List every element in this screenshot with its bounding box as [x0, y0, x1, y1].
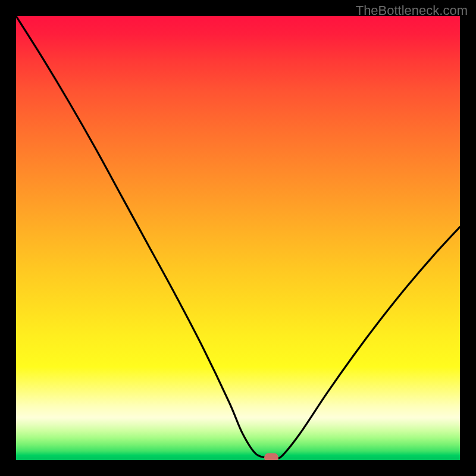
chart-plot-area — [16, 16, 460, 460]
optimal-point-marker — [264, 453, 278, 460]
watermark-text: TheBottleneck.com — [356, 3, 468, 18]
bottleneck-curve — [16, 16, 460, 460]
